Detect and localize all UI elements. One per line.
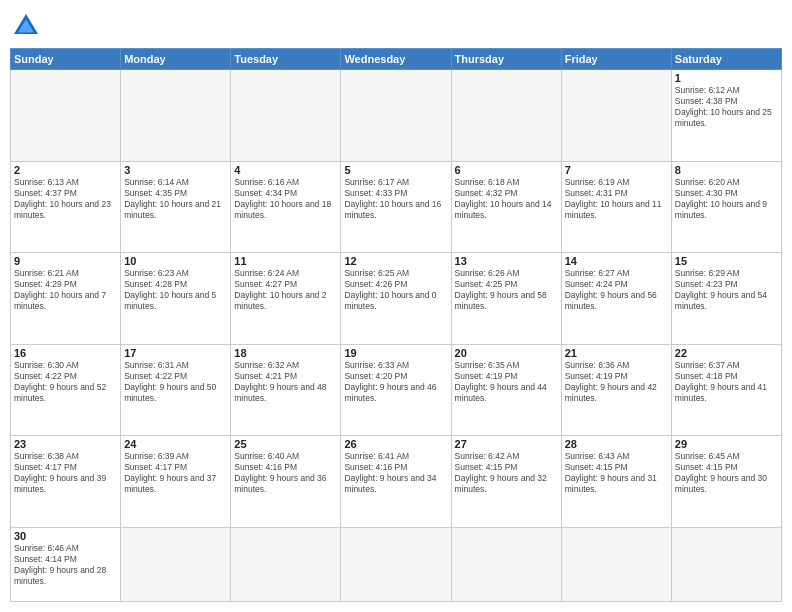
calendar-day-cell: [561, 527, 671, 601]
day-number: 16: [14, 347, 117, 359]
calendar-day-cell: 28Sunrise: 6:43 AM Sunset: 4:15 PM Dayli…: [561, 436, 671, 528]
day-info: Sunrise: 6:21 AM Sunset: 4:29 PM Dayligh…: [14, 268, 117, 312]
page: SundayMondayTuesdayWednesdayThursdayFrid…: [0, 0, 792, 612]
calendar-day-cell: 21Sunrise: 6:36 AM Sunset: 4:19 PM Dayli…: [561, 344, 671, 436]
day-info: Sunrise: 6:18 AM Sunset: 4:32 PM Dayligh…: [455, 177, 558, 221]
calendar-day-cell: 8Sunrise: 6:20 AM Sunset: 4:30 PM Daylig…: [671, 161, 781, 253]
calendar-day-cell: 23Sunrise: 6:38 AM Sunset: 4:17 PM Dayli…: [11, 436, 121, 528]
calendar-day-cell: 24Sunrise: 6:39 AM Sunset: 4:17 PM Dayli…: [121, 436, 231, 528]
calendar-day-cell: 20Sunrise: 6:35 AM Sunset: 4:19 PM Dayli…: [451, 344, 561, 436]
day-number: 2: [14, 164, 117, 176]
calendar-day-cell: 26Sunrise: 6:41 AM Sunset: 4:16 PM Dayli…: [341, 436, 451, 528]
day-number: 12: [344, 255, 447, 267]
day-info: Sunrise: 6:35 AM Sunset: 4:19 PM Dayligh…: [455, 360, 558, 404]
calendar-day-cell: 27Sunrise: 6:42 AM Sunset: 4:15 PM Dayli…: [451, 436, 561, 528]
day-of-week-header: Friday: [561, 49, 671, 70]
calendar-day-cell: [451, 70, 561, 162]
day-info: Sunrise: 6:13 AM Sunset: 4:37 PM Dayligh…: [14, 177, 117, 221]
day-info: Sunrise: 6:19 AM Sunset: 4:31 PM Dayligh…: [565, 177, 668, 221]
calendar-week-row: 9Sunrise: 6:21 AM Sunset: 4:29 PM Daylig…: [11, 253, 782, 345]
calendar-day-cell: 25Sunrise: 6:40 AM Sunset: 4:16 PM Dayli…: [231, 436, 341, 528]
calendar-day-cell: 14Sunrise: 6:27 AM Sunset: 4:24 PM Dayli…: [561, 253, 671, 345]
calendar-day-cell: 29Sunrise: 6:45 AM Sunset: 4:15 PM Dayli…: [671, 436, 781, 528]
day-number: 1: [675, 72, 778, 84]
day-info: Sunrise: 6:46 AM Sunset: 4:14 PM Dayligh…: [14, 543, 117, 587]
day-info: Sunrise: 6:37 AM Sunset: 4:18 PM Dayligh…: [675, 360, 778, 404]
calendar-day-cell: 1Sunrise: 6:12 AM Sunset: 4:38 PM Daylig…: [671, 70, 781, 162]
day-info: Sunrise: 6:39 AM Sunset: 4:17 PM Dayligh…: [124, 451, 227, 495]
calendar-day-cell: 22Sunrise: 6:37 AM Sunset: 4:18 PM Dayli…: [671, 344, 781, 436]
day-info: Sunrise: 6:20 AM Sunset: 4:30 PM Dayligh…: [675, 177, 778, 221]
day-info: Sunrise: 6:41 AM Sunset: 4:16 PM Dayligh…: [344, 451, 447, 495]
calendar-day-cell: [121, 70, 231, 162]
day-number: 25: [234, 438, 337, 450]
day-number: 21: [565, 347, 668, 359]
calendar-week-row: 2Sunrise: 6:13 AM Sunset: 4:37 PM Daylig…: [11, 161, 782, 253]
calendar-day-cell: 3Sunrise: 6:14 AM Sunset: 4:35 PM Daylig…: [121, 161, 231, 253]
calendar-week-row: 1Sunrise: 6:12 AM Sunset: 4:38 PM Daylig…: [11, 70, 782, 162]
day-info: Sunrise: 6:24 AM Sunset: 4:27 PM Dayligh…: [234, 268, 337, 312]
calendar-day-cell: [231, 70, 341, 162]
day-number: 9: [14, 255, 117, 267]
calendar-header-row: SundayMondayTuesdayWednesdayThursdayFrid…: [11, 49, 782, 70]
day-of-week-header: Sunday: [11, 49, 121, 70]
calendar-day-cell: 30Sunrise: 6:46 AM Sunset: 4:14 PM Dayli…: [11, 527, 121, 601]
calendar-week-row: 23Sunrise: 6:38 AM Sunset: 4:17 PM Dayli…: [11, 436, 782, 528]
day-info: Sunrise: 6:16 AM Sunset: 4:34 PM Dayligh…: [234, 177, 337, 221]
day-number: 23: [14, 438, 117, 450]
day-number: 13: [455, 255, 558, 267]
day-info: Sunrise: 6:40 AM Sunset: 4:16 PM Dayligh…: [234, 451, 337, 495]
calendar-day-cell: [341, 527, 451, 601]
generalblue-logo-icon: [10, 10, 42, 42]
day-of-week-header: Saturday: [671, 49, 781, 70]
day-info: Sunrise: 6:25 AM Sunset: 4:26 PM Dayligh…: [344, 268, 447, 312]
calendar-day-cell: 7Sunrise: 6:19 AM Sunset: 4:31 PM Daylig…: [561, 161, 671, 253]
day-of-week-header: Thursday: [451, 49, 561, 70]
day-number: 28: [565, 438, 668, 450]
day-of-week-header: Wednesday: [341, 49, 451, 70]
calendar-day-cell: [671, 527, 781, 601]
day-info: Sunrise: 6:36 AM Sunset: 4:19 PM Dayligh…: [565, 360, 668, 404]
calendar-day-cell: [121, 527, 231, 601]
calendar-day-cell: 4Sunrise: 6:16 AM Sunset: 4:34 PM Daylig…: [231, 161, 341, 253]
day-info: Sunrise: 6:17 AM Sunset: 4:33 PM Dayligh…: [344, 177, 447, 221]
day-info: Sunrise: 6:29 AM Sunset: 4:23 PM Dayligh…: [675, 268, 778, 312]
day-number: 3: [124, 164, 227, 176]
logo: [10, 10, 46, 42]
calendar-day-cell: 17Sunrise: 6:31 AM Sunset: 4:22 PM Dayli…: [121, 344, 231, 436]
calendar-day-cell: 12Sunrise: 6:25 AM Sunset: 4:26 PM Dayli…: [341, 253, 451, 345]
calendar-day-cell: [341, 70, 451, 162]
calendar-day-cell: [11, 70, 121, 162]
day-info: Sunrise: 6:23 AM Sunset: 4:28 PM Dayligh…: [124, 268, 227, 312]
day-info: Sunrise: 6:33 AM Sunset: 4:20 PM Dayligh…: [344, 360, 447, 404]
day-of-week-header: Tuesday: [231, 49, 341, 70]
calendar-day-cell: [231, 527, 341, 601]
calendar-day-cell: 2Sunrise: 6:13 AM Sunset: 4:37 PM Daylig…: [11, 161, 121, 253]
calendar-table: SundayMondayTuesdayWednesdayThursdayFrid…: [10, 48, 782, 602]
day-info: Sunrise: 6:31 AM Sunset: 4:22 PM Dayligh…: [124, 360, 227, 404]
header: [10, 10, 782, 42]
day-info: Sunrise: 6:26 AM Sunset: 4:25 PM Dayligh…: [455, 268, 558, 312]
day-info: Sunrise: 6:43 AM Sunset: 4:15 PM Dayligh…: [565, 451, 668, 495]
day-number: 26: [344, 438, 447, 450]
calendar-week-row: 30Sunrise: 6:46 AM Sunset: 4:14 PM Dayli…: [11, 527, 782, 601]
day-number: 18: [234, 347, 337, 359]
day-info: Sunrise: 6:14 AM Sunset: 4:35 PM Dayligh…: [124, 177, 227, 221]
day-number: 29: [675, 438, 778, 450]
calendar-day-cell: 18Sunrise: 6:32 AM Sunset: 4:21 PM Dayli…: [231, 344, 341, 436]
day-number: 30: [14, 530, 117, 542]
calendar-day-cell: [561, 70, 671, 162]
day-number: 24: [124, 438, 227, 450]
day-number: 11: [234, 255, 337, 267]
day-number: 20: [455, 347, 558, 359]
calendar-day-cell: 10Sunrise: 6:23 AM Sunset: 4:28 PM Dayli…: [121, 253, 231, 345]
day-of-week-header: Monday: [121, 49, 231, 70]
day-number: 5: [344, 164, 447, 176]
day-number: 15: [675, 255, 778, 267]
day-info: Sunrise: 6:27 AM Sunset: 4:24 PM Dayligh…: [565, 268, 668, 312]
calendar-day-cell: 16Sunrise: 6:30 AM Sunset: 4:22 PM Dayli…: [11, 344, 121, 436]
day-info: Sunrise: 6:38 AM Sunset: 4:17 PM Dayligh…: [14, 451, 117, 495]
day-number: 8: [675, 164, 778, 176]
calendar-day-cell: 6Sunrise: 6:18 AM Sunset: 4:32 PM Daylig…: [451, 161, 561, 253]
calendar-day-cell: 19Sunrise: 6:33 AM Sunset: 4:20 PM Dayli…: [341, 344, 451, 436]
